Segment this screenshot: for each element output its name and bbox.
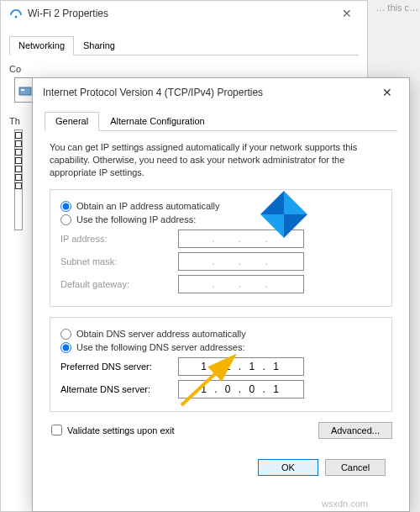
- validate-row: Validate settings upon exit Advanced...: [50, 422, 392, 439]
- list-item[interactable]: [15, 140, 22, 147]
- subnet-mask-input: ...: [178, 252, 304, 271]
- watermark: wsxdn.com: [322, 499, 368, 509]
- pinwheel-logo: [259, 189, 309, 240]
- svg-rect-2: [21, 89, 24, 91]
- ipv4-titlebar: Internet Protocol Version 4 (TCP/IPv4) P…: [33, 78, 409, 107]
- svg-marker-3: [284, 191, 307, 214]
- subnet-mask-label: Subnet mask:: [60, 256, 178, 267]
- wifi-icon: [9, 7, 23, 20]
- wifi-title: Wi-Fi 2 Properties: [28, 8, 335, 19]
- ipv4-properties-dialog: Internet Protocol Version 4 (TCP/IPv4) P…: [32, 77, 410, 512]
- radio-dns-auto-label: Obtain DNS server address automatically: [76, 329, 246, 339]
- ipv4-tab-strip: General Alternate Configuration: [45, 112, 397, 131]
- general-tab-content: You can get IP settings assigned automat…: [45, 131, 397, 451]
- radio-ip-auto-label: Obtain an IP address automatically: [76, 201, 219, 211]
- preferred-dns-label: Preferred DNS server:: [60, 362, 178, 372]
- list-item[interactable]: [15, 157, 22, 164]
- list-item[interactable]: [15, 182, 22, 189]
- ok-button[interactable]: OK: [258, 459, 318, 476]
- radio-dns-manual-row[interactable]: Use the following DNS server addresses:: [60, 342, 381, 353]
- cancel-button[interactable]: Cancel: [325, 459, 386, 476]
- tab-networking[interactable]: Networking: [9, 36, 74, 55]
- list-item[interactable]: [15, 174, 22, 181]
- wifi-close-button[interactable]: ✕: [335, 7, 359, 20]
- background-cropped-text: … this c…: [375, 3, 418, 13]
- radio-dns-manual-label: Use the following DNS server addresses:: [76, 342, 245, 352]
- dns-settings-group: Obtain DNS server address automatically …: [50, 317, 392, 412]
- radio-dns-auto[interactable]: [60, 329, 71, 340]
- svg-marker-6: [260, 191, 284, 214]
- radio-dns-auto-row[interactable]: Obtain DNS server address automatically: [60, 329, 381, 340]
- ip-settings-group: Obtain an IP address automatically Use t…: [50, 189, 392, 307]
- alternate-dns-input[interactable]: 1 . 0 . 0 . 1: [178, 380, 304, 399]
- connect-using-label: Co: [9, 64, 359, 74]
- intro-text: You can get IP settings assigned automat…: [50, 141, 392, 179]
- wifi-tab-strip: Networking Sharing: [9, 36, 359, 55]
- radio-ip-manual-row[interactable]: Use the following IP address:: [60, 214, 381, 225]
- ip-address-label: IP address:: [60, 234, 178, 244]
- list-item[interactable]: [15, 166, 22, 172]
- list-item[interactable]: [15, 132, 22, 139]
- tab-general[interactable]: General: [45, 112, 99, 131]
- preferred-dns-input[interactable]: 1 . 1 . 1 . 1: [178, 357, 304, 376]
- radio-ip-manual-label: Use the following IP address:: [76, 214, 196, 224]
- validate-label: Validate settings upon exit: [67, 425, 175, 435]
- dialog-buttons: OK Cancel: [45, 451, 397, 476]
- protocol-list[interactable]: [14, 129, 23, 230]
- ipv4-title: Internet Protocol Version 4 (TCP/IPv4) P…: [43, 87, 375, 98]
- radio-ip-auto[interactable]: [60, 201, 71, 212]
- svg-rect-1: [19, 87, 31, 95]
- tab-alternate-config[interactable]: Alternate Configuration: [99, 112, 216, 130]
- wifi-titlebar: Wi-Fi 2 Properties ✕: [1, 1, 367, 26]
- radio-ip-auto-row[interactable]: Obtain an IP address automatically: [60, 201, 381, 212]
- default-gateway-input: ...: [178, 275, 304, 293]
- svg-marker-4: [284, 214, 307, 238]
- radio-ip-manual[interactable]: [60, 214, 71, 225]
- svg-point-0: [15, 16, 18, 18]
- radio-dns-manual[interactable]: [60, 342, 71, 353]
- ipv4-close-button[interactable]: ✕: [375, 86, 399, 99]
- list-item[interactable]: [15, 149, 22, 156]
- default-gateway-label: Default gateway:: [60, 279, 178, 289]
- validate-checkbox[interactable]: [51, 425, 62, 435]
- svg-marker-5: [260, 214, 284, 238]
- alternate-dns-label: Alternate DNS server:: [60, 384, 178, 394]
- tab-sharing[interactable]: Sharing: [74, 36, 124, 55]
- advanced-button[interactable]: Advanced...: [318, 422, 392, 439]
